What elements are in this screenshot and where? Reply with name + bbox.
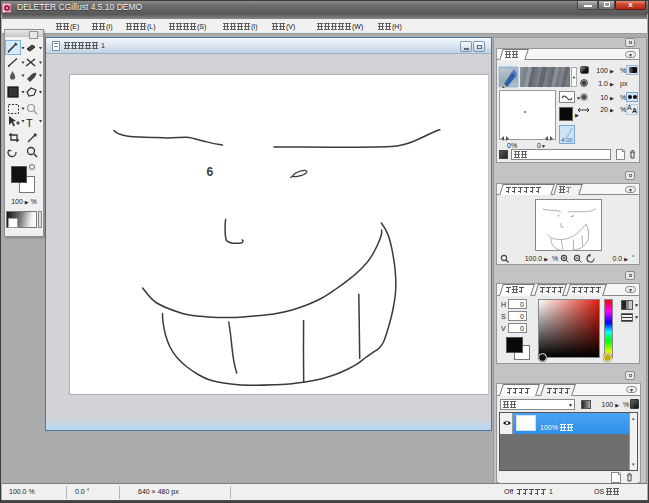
- svg-text:6: 6: [207, 165, 214, 179]
- svg-text:T: T: [26, 117, 33, 129]
